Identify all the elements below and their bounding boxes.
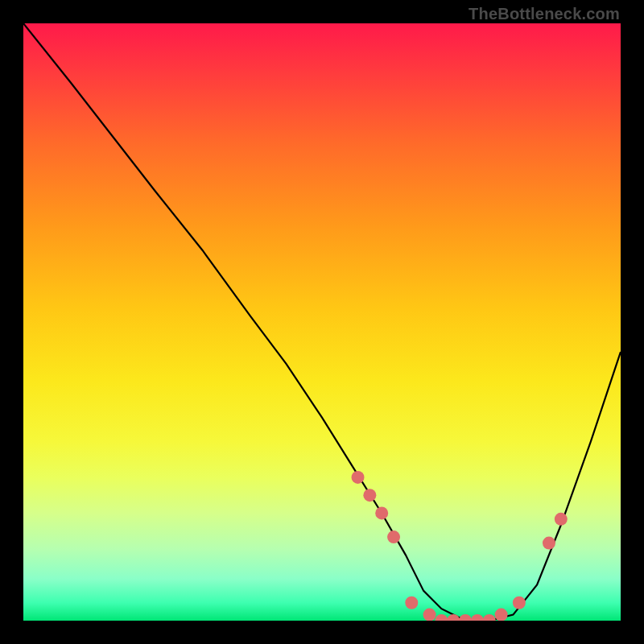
bottleneck-curve-path: [23, 23, 621, 621]
plot-area: [23, 23, 621, 621]
highlight-point: [483, 614, 496, 621]
highlight-point: [423, 609, 436, 621]
highlight-point: [387, 530, 400, 543]
highlight-point: [375, 506, 388, 519]
highlight-point: [471, 614, 484, 621]
curve-group: [23, 23, 621, 621]
highlight-point: [513, 597, 526, 609]
highlight-point: [459, 614, 472, 621]
chart-svg: [23, 23, 621, 621]
highlight-point: [405, 597, 418, 609]
highlight-point: [495, 609, 508, 621]
highlight-point: [363, 489, 376, 502]
highlight-point: [435, 614, 448, 621]
highlight-point: [352, 471, 365, 484]
chart-container: TheBottleneck.com: [0, 0, 644, 644]
highlight-point: [543, 537, 555, 550]
highlight-point: [447, 614, 460, 621]
highlight-point: [555, 513, 568, 526]
markers-group: [352, 471, 568, 621]
watermark-text: TheBottleneck.com: [469, 5, 620, 23]
